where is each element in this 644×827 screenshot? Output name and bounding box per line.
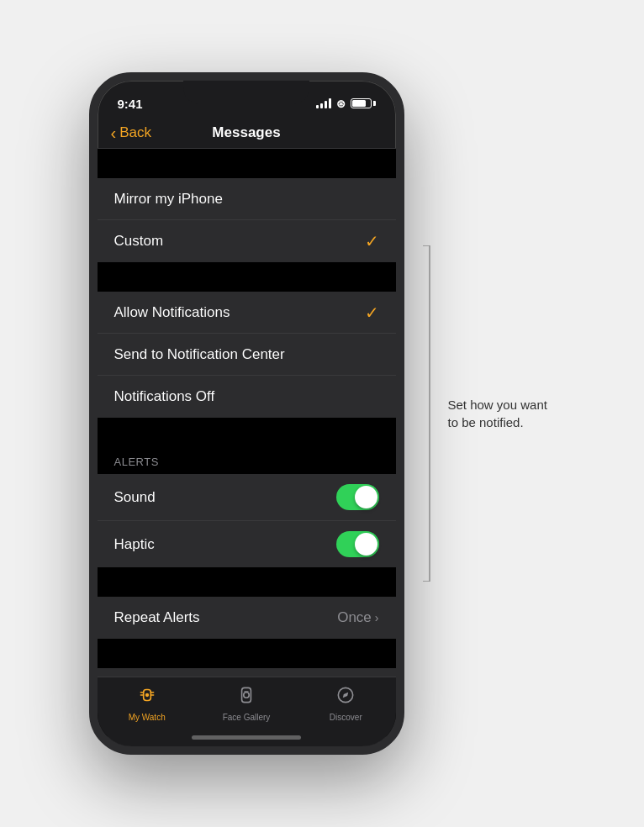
my-watch-tab-label: My Watch	[129, 713, 166, 722]
discover-tab-label: Discover	[330, 713, 362, 722]
custom-row[interactable]: Custom ✓	[98, 220, 396, 262]
notifications-group: Allow Notifications ✓ Send to Notificati…	[98, 292, 396, 418]
haptic-label: Haptic	[114, 536, 155, 553]
home-indicator	[192, 735, 301, 740]
status-time: 9:41	[118, 97, 143, 111]
notifications-off-label: Notifications Off	[114, 388, 215, 405]
page-title: Messages	[212, 124, 280, 141]
alerts-header-text: ALERTS	[114, 456, 159, 468]
face-gallery-icon	[235, 684, 257, 709]
content-area: Mirror my iPhone Custom ✓ Allow Notifica…	[98, 149, 396, 736]
tab-face-gallery[interactable]: Face Gallery	[197, 684, 296, 722]
signal-icon	[316, 98, 331, 108]
alerts-group: Sound Haptic	[98, 474, 396, 567]
repeat-alerts-group: Repeat Alerts Once ›	[98, 597, 396, 639]
svg-point-5	[145, 693, 148, 697]
tab-discover[interactable]: Discover	[296, 684, 395, 722]
svg-point-7	[244, 693, 250, 698]
back-label: Back	[119, 124, 151, 141]
sound-label: Sound	[114, 489, 156, 506]
back-button[interactable]: ‹ Back	[111, 124, 151, 141]
phone-frame: 9:41 ⊛ ‹ Back Messages	[89, 72, 404, 755]
battery-icon	[351, 98, 376, 108]
bracket-line	[421, 245, 438, 582]
section-divider-5	[98, 639, 396, 668]
svg-marker-10	[343, 693, 349, 698]
section-divider-4	[98, 567, 396, 597]
nav-bar: ‹ Back Messages	[98, 118, 396, 149]
repeat-alerts-chevron-icon: ›	[375, 611, 379, 624]
allow-notifications-label: Allow Notifications	[114, 304, 230, 321]
back-chevron-icon: ‹	[111, 124, 117, 141]
mirror-iphone-label: Mirror my iPhone	[114, 191, 223, 208]
annotation: Set how you want to be notified.	[421, 245, 556, 582]
custom-check-icon: ✓	[365, 231, 379, 251]
sound-toggle[interactable]	[336, 484, 379, 510]
alerts-header: ALERTS	[98, 447, 396, 472]
section-divider-1	[98, 149, 396, 178]
annotation-text: Set how you want to be notified.	[448, 396, 556, 431]
alerts-section: ALERTS	[98, 418, 396, 474]
custom-label: Custom	[114, 233, 164, 250]
toggle-thumb	[355, 486, 377, 508]
tab-my-watch[interactable]: My Watch	[98, 684, 197, 722]
wifi-icon: ⊛	[336, 97, 346, 110]
haptic-row[interactable]: Haptic	[98, 521, 396, 567]
mirror-iphone-row[interactable]: Mirror my iPhone	[98, 178, 396, 220]
repeat-alerts-value-container: Once ›	[337, 609, 378, 626]
status-icons: ⊛	[316, 97, 376, 110]
face-gallery-tab-label: Face Gallery	[223, 713, 271, 722]
notifications-off-row[interactable]: Notifications Off	[98, 376, 396, 418]
bracket-svg	[421, 245, 438, 582]
send-to-center-row[interactable]: Send to Notification Center	[98, 334, 396, 376]
mirror-custom-group: Mirror my iPhone Custom ✓	[98, 178, 396, 262]
section-divider-2	[98, 262, 396, 292]
haptic-toggle[interactable]	[336, 531, 379, 557]
my-watch-icon	[136, 684, 158, 709]
repeat-alerts-label: Repeat Alerts	[114, 609, 200, 626]
send-to-center-label: Send to Notification Center	[114, 346, 285, 363]
allow-notifications-row[interactable]: Allow Notifications ✓	[98, 292, 396, 334]
haptic-toggle-thumb	[355, 533, 377, 556]
allow-notifications-check-icon: ✓	[365, 303, 379, 323]
section-divider-3	[98, 418, 396, 447]
sound-row[interactable]: Sound	[98, 474, 396, 521]
repeat-alerts-value: Once	[337, 609, 372, 626]
notch	[183, 81, 309, 104]
repeat-alerts-row[interactable]: Repeat Alerts Once ›	[98, 597, 396, 639]
discover-icon	[335, 684, 356, 709]
